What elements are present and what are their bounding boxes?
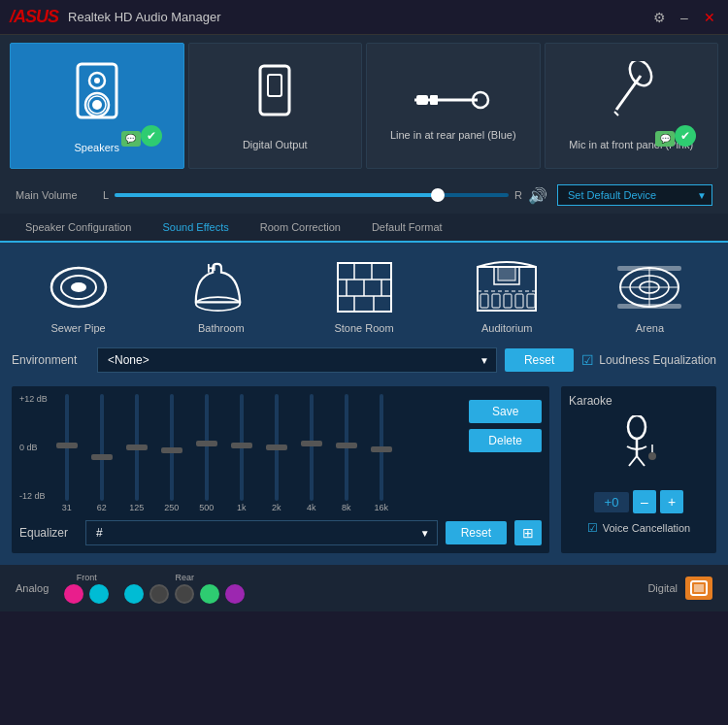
- default-device-select[interactable]: Set Default Device: [557, 184, 712, 206]
- device-speakers[interactable]: 💬 ✔ Speakers: [10, 43, 184, 169]
- tab-speaker-config[interactable]: Speaker Configuration: [10, 214, 147, 243]
- volume-slider-thumb[interactable]: [431, 188, 445, 202]
- karaoke-label: Karaoke: [569, 394, 612, 408]
- app-title: Realtek HD Audio Manager: [68, 10, 221, 24]
- eq-slider-125[interactable]: [135, 394, 139, 501]
- svg-point-50: [628, 415, 645, 439]
- karaoke-section: Karaoke +0 – + ☑ Voice Cancell: [561, 386, 716, 553]
- environment-select[interactable]: <None>: [97, 347, 497, 373]
- eq-reset-button[interactable]: Reset: [446, 521, 507, 544]
- arena-icon: [611, 254, 688, 320]
- eq-thumb-125[interactable]: [126, 445, 148, 450]
- volume-slider-fill: [115, 193, 438, 197]
- eq-thumb-8k[interactable]: [336, 443, 357, 448]
- eq-slider-31[interactable]: [65, 394, 69, 501]
- eq-delete-button[interactable]: Delete: [469, 429, 542, 452]
- tab-sound-effects[interactable]: Sound Effects: [147, 214, 244, 243]
- eq-bar-4k: 4k: [296, 394, 327, 512]
- svg-rect-36: [498, 267, 515, 280]
- effect-sewer-pipe[interactable]: Sewer Pipe: [12, 254, 145, 334]
- auditorium-icon: [468, 254, 546, 320]
- svg-rect-56: [694, 584, 704, 592]
- svg-rect-49: [617, 304, 681, 309]
- eq-slider-16k[interactable]: [380, 394, 383, 501]
- title-bar: /ASUS Realtek HD Audio Manager ⚙ – ✕: [0, 0, 728, 35]
- rear-dot-green[interactable]: [200, 584, 219, 604]
- settings-button[interactable]: ⚙: [650, 9, 668, 26]
- eq-freq-16k: 16k: [375, 503, 389, 512]
- effect-auditorium[interactable]: Auditorium: [441, 254, 574, 334]
- close-button[interactable]: ✕: [701, 9, 718, 26]
- environment-reset-button[interactable]: Reset: [505, 348, 574, 372]
- environment-select-wrapper: <None>: [97, 347, 497, 373]
- speakers-label: Speakers: [75, 142, 119, 153]
- device-digital-output[interactable]: Digital Output: [188, 43, 363, 169]
- eq-freq-500: 500: [199, 503, 214, 512]
- active-badge-speakers: ✔: [141, 125, 162, 147]
- tabs-bar: Speaker Configuration Sound Effects Room…: [0, 214, 728, 243]
- eq-thumb-1k[interactable]: [231, 443, 252, 448]
- analog-digital-bar: Analog Front Rear Digital: [0, 565, 728, 611]
- svg-point-2: [94, 78, 100, 83]
- eq-inner: 31 62 125: [51, 394, 397, 512]
- svg-point-18: [196, 297, 241, 311]
- karaoke-minus-button[interactable]: –: [633, 490, 656, 513]
- tab-default-format[interactable]: Default Format: [356, 214, 458, 243]
- eq-slider-4k[interactable]: [310, 394, 314, 501]
- device-line-in[interactable]: Line in at rear panel (Blue): [366, 43, 541, 169]
- environment-row: Environment <None> Reset ☑ Loudness Equa…: [12, 347, 716, 373]
- eq-bar-1k: 1k: [226, 394, 257, 512]
- loudness-equalization: ☑ Loudness Equalization: [581, 352, 716, 368]
- front-dot-cyan[interactable]: [89, 584, 109, 604]
- eq-bar-16k: 16k: [366, 394, 397, 512]
- default-device-wrapper: Set Default Device: [557, 184, 712, 206]
- effect-arena[interactable]: Arena: [583, 254, 716, 334]
- eq-thumb-31[interactable]: [56, 443, 78, 448]
- tab-room-correction[interactable]: Room Correction: [245, 214, 356, 243]
- eq-slider-2k[interactable]: [275, 394, 279, 501]
- r-label: R: [514, 189, 522, 201]
- effect-bathroom[interactable]: Bathroom: [154, 254, 287, 334]
- digital-output-icon: [250, 61, 299, 135]
- eq-slider-1k[interactable]: [240, 394, 244, 501]
- karaoke-plus-button[interactable]: +: [660, 490, 683, 513]
- rear-dot-cyan[interactable]: [124, 584, 144, 604]
- eq-slider-62[interactable]: [100, 394, 104, 501]
- eq-thumb-4k[interactable]: [301, 441, 322, 446]
- svg-rect-7: [268, 75, 281, 96]
- eq-select-wrapper: #: [85, 520, 438, 545]
- eq-thumb-500[interactable]: [196, 441, 217, 446]
- eq-slider-250[interactable]: [170, 394, 174, 501]
- eq-save-button[interactable]: Save: [469, 400, 542, 423]
- front-dot-pink[interactable]: [64, 584, 83, 604]
- eq-preset-select[interactable]: #: [85, 520, 438, 545]
- svg-rect-42: [527, 294, 535, 308]
- device-mic-front[interactable]: 💬 ✔ Mic in at front panel (Pink): [545, 43, 719, 169]
- volume-slider-track[interactable]: [115, 193, 509, 197]
- eq-freq-62: 62: [97, 503, 107, 512]
- eq-label: Equalizer: [19, 526, 78, 540]
- svg-line-52: [637, 456, 645, 466]
- eq-thumb-62[interactable]: [91, 454, 113, 460]
- eq-slider-8k[interactable]: [345, 394, 348, 501]
- environment-label: Environment: [12, 353, 89, 367]
- svg-point-4: [92, 100, 102, 110]
- rear-dot-purple[interactable]: [225, 584, 245, 604]
- effect-stone-room[interactable]: Stone Room: [297, 254, 430, 334]
- db-label-12plus: +12 dB: [19, 394, 48, 404]
- rear-dot-gray2[interactable]: [175, 584, 194, 604]
- eq-freq-4k: 4k: [307, 503, 316, 512]
- eq-thumb-16k[interactable]: [371, 446, 392, 452]
- eq-karaoke-row: +12 dB 0 dB -12 dB 31: [12, 386, 716, 553]
- eq-slider-500[interactable]: [205, 394, 209, 501]
- rear-dot-gray1[interactable]: [149, 584, 169, 604]
- eq-bottom-row: Equalizer # Reset ⊞: [19, 520, 542, 545]
- digital-port[interactable]: [685, 577, 712, 600]
- minimize-button[interactable]: –: [676, 9, 693, 26]
- loudness-label: Loudness Equalization: [599, 353, 716, 367]
- eq-bar-31: 31: [51, 394, 83, 512]
- eq-settings-button[interactable]: ⊞: [514, 520, 542, 545]
- eq-thumb-2k[interactable]: [266, 445, 287, 450]
- eq-thumb-250[interactable]: [161, 447, 182, 453]
- svg-rect-48: [617, 266, 681, 271]
